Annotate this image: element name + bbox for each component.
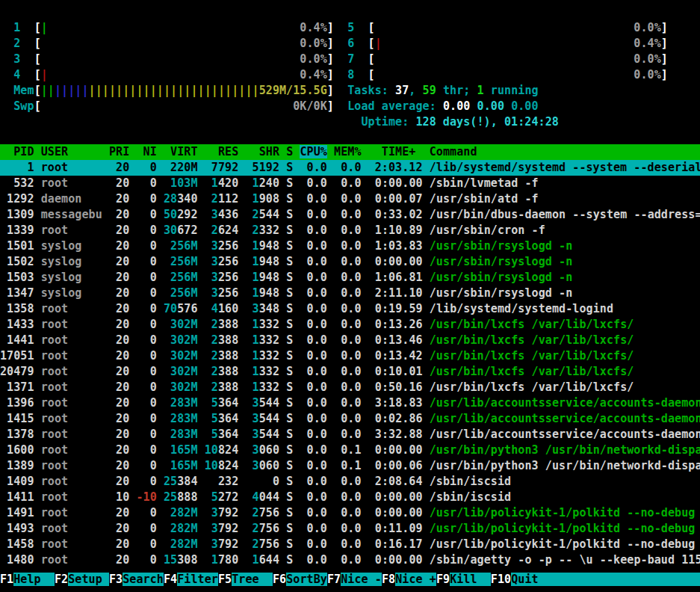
fkey-number: F6 bbox=[273, 573, 286, 586]
process-row-1493[interactable]: 1493 root 20 0 282M 3792 2756 S 0.0 0.0 … bbox=[0, 521, 700, 537]
pid-cell: 1480 bbox=[0, 553, 34, 567]
fkey-number: F10 bbox=[491, 573, 511, 586]
mem-value-high: 3 bbox=[245, 428, 258, 441]
cpu5-value: 0.0% bbox=[634, 21, 660, 34]
fkey-f3[interactable]: F3Search bbox=[109, 573, 164, 586]
process-row-1501[interactable]: 1501 syslog 20 0 256M 3256 1948 S 0.0 0.… bbox=[0, 238, 700, 254]
fkey-row: F1Help F2Setup F3SearchF4FilterF5Tree F6… bbox=[0, 572, 700, 588]
mem-value-low: 044 bbox=[259, 490, 279, 504]
column-gap bbox=[334, 37, 347, 50]
mem-value: 0 bbox=[245, 475, 279, 488]
process-row-1441[interactable]: 1441 root 20 0 302M 2388 1332 S 0.0 0.0 … bbox=[0, 333, 700, 348]
process-row-1389[interactable]: 1389 root 20 0 165M 10824 3060 S 0.0 0.1… bbox=[0, 458, 700, 474]
mem-value-high: 70 bbox=[164, 302, 177, 315]
mem-value: 165M bbox=[164, 459, 198, 472]
mem-value: 232 bbox=[205, 475, 239, 488]
command-cell: /usr/sbin/rsyslogd -n bbox=[430, 239, 700, 253]
process-row-1433[interactable]: 1433 root 20 0 302M 2388 1332 S 0.0 0.0 … bbox=[0, 317, 700, 333]
mem-value-high: 2 bbox=[205, 318, 218, 331]
column-header-pid[interactable]: PID bbox=[0, 145, 34, 158]
pid-cell: 20479 bbox=[0, 365, 34, 378]
column-header-ni[interactable]: NI bbox=[136, 145, 156, 158]
load-average: Load average: 0.00 0.00 0.00 bbox=[347, 99, 538, 113]
column-gap bbox=[102, 145, 109, 158]
process-row-1491[interactable]: 1491 root 20 0 282M 3792 2756 S 0.0 0.0 … bbox=[0, 505, 700, 521]
fkey-f4[interactable]: F4Filter bbox=[164, 573, 218, 586]
column-header-user[interactable]: USER bbox=[41, 145, 102, 158]
process-table-header[interactable]: PID USER PRI NI VIRT RES SHR S CPU% MEM%… bbox=[0, 144, 700, 160]
column-header-time[interactable]: TIME+ bbox=[368, 145, 423, 158]
mem-value-low: 384 bbox=[177, 475, 197, 488]
mem-value-high: 3 bbox=[205, 208, 218, 221]
user-cell: daemon bbox=[41, 192, 102, 206]
user-cell: root bbox=[41, 176, 102, 190]
column-header-cpu[interactable]: CPU% bbox=[300, 145, 326, 158]
process-row-1600[interactable]: 1600 root 20 0 165M 10824 3060 S 0.0 0.1… bbox=[0, 443, 700, 458]
mem-value: 256M bbox=[164, 239, 198, 253]
column-header-res[interactable]: RES bbox=[205, 145, 239, 158]
process-row-1292[interactable]: 1292 daemon 20 0 28340 2112 1908 S 0.0 0… bbox=[0, 191, 700, 207]
user-cell: syslog bbox=[41, 271, 102, 284]
process-row-1371[interactable]: 1371 root 20 0 302M 2388 1332 S 0.0 0.0 … bbox=[0, 380, 700, 395]
mem-value-low: 672 bbox=[177, 223, 197, 237]
process-row-1396[interactable]: 1396 root 20 0 283M 5364 3544 S 0.0 0.0 … bbox=[0, 395, 700, 411]
mem-value-high: 5 bbox=[205, 490, 218, 504]
pri-cell: 20 bbox=[109, 553, 129, 567]
process-row-1339[interactable]: 1339 root 20 0 30672 2624 2332 S 0.0 0.0… bbox=[0, 223, 700, 238]
user-cell: root bbox=[41, 506, 102, 519]
user-cell: root bbox=[41, 349, 102, 363]
tasks-summary-segment: Tasks: bbox=[347, 84, 395, 97]
fkey-f5[interactable]: F5Tree bbox=[218, 573, 273, 586]
process-row-1411[interactable]: 1411 root 10 -10 25888 5272 4044 S 0.0 0… bbox=[0, 490, 700, 505]
column-header-pri[interactable]: PRI bbox=[109, 145, 129, 158]
column-header-virt[interactable]: VIRT bbox=[164, 145, 198, 158]
mem-value: 302M bbox=[164, 333, 198, 347]
process-row-1378[interactable]: 1378 root 20 0 283M 5364 3544 S 0.0 0.0 … bbox=[0, 427, 700, 443]
command-cell: /usr/bin/dbus-daemon --system --address= bbox=[430, 208, 700, 221]
pid-cell: 1491 bbox=[0, 506, 34, 519]
pri-cell: 10 bbox=[109, 490, 129, 504]
fkey-f2[interactable]: F2Setup bbox=[55, 573, 109, 586]
process-row-1309[interactable]: 1309 messagebu 20 0 50292 3436 2544 S 0.… bbox=[0, 207, 700, 223]
process-row-1358[interactable]: 1358 root 20 0 70576 4160 3348 S 0.0 0.0… bbox=[0, 301, 700, 317]
column-gap bbox=[362, 145, 368, 158]
column-header-command[interactable]: Command bbox=[430, 145, 700, 158]
process-row-1[interactable]: 1 root 20 0 220M 7792 5192 S 0.0 0.0 2:0… bbox=[0, 160, 700, 176]
mem-value: 7792 bbox=[205, 161, 239, 174]
column-gap bbox=[347, 115, 361, 129]
cpu-cell: 0.0 bbox=[300, 286, 326, 300]
cpu-cell: 0.0 bbox=[300, 428, 326, 441]
process-row-1458[interactable]: 1458 root 20 0 282M 3792 2756 S 0.0 0.0 … bbox=[0, 537, 700, 552]
mem-pct-cell: 0.0 bbox=[334, 302, 361, 315]
column-header-mem[interactable]: MEM% bbox=[334, 145, 361, 158]
process-row-1480[interactable]: 1480 root 20 0 15308 1780 1644 S 0.0 0.0… bbox=[0, 552, 700, 568]
process-row-1415[interactable]: 1415 root 20 0 283M 5364 3544 S 0.0 0.0 … bbox=[0, 411, 700, 427]
mem-pct-cell: 0.1 bbox=[334, 459, 361, 472]
cpu7-meter: 7 [ 0.0%] bbox=[347, 52, 668, 66]
time-cell: 1:06.81 bbox=[368, 271, 423, 284]
column-header-s[interactable]: S bbox=[286, 145, 293, 158]
cpu-cell: 0.0 bbox=[300, 192, 326, 206]
process-row-1502[interactable]: 1502 syslog 20 0 256M 3256 1948 S 0.0 0.… bbox=[0, 254, 700, 270]
column-header-shr[interactable]: SHR bbox=[245, 145, 279, 158]
fkey-f1[interactable]: F1Help bbox=[0, 573, 55, 586]
command-cell: /usr/sbin/rsyslogd -n bbox=[430, 255, 700, 268]
mem-value-low: 544 bbox=[259, 428, 279, 441]
cpu-cell: 0.0 bbox=[300, 459, 326, 472]
process-row-532[interactable]: 532 root 20 0 103M 1420 1240 S 0.0 0.0 0… bbox=[0, 176, 700, 191]
process-row-1503[interactable]: 1503 syslog 20 0 256M 3256 1948 S 0.0 0.… bbox=[0, 270, 700, 286]
fkey-f7[interactable]: F7Nice - bbox=[327, 573, 382, 586]
mem-value-low: 792 bbox=[218, 522, 238, 535]
process-row-20479[interactable]: 20479 root 20 0 302M 2388 1332 S 0.0 0.0… bbox=[0, 364, 700, 380]
ni-cell: 0 bbox=[136, 176, 156, 190]
process-row-1347[interactable]: 1347 syslog 20 0 256M 3256 1948 S 0.0 0.… bbox=[0, 286, 700, 301]
process-row-1409[interactable]: 1409 root 20 0 25384 232 0 S 0.0 0.0 2:0… bbox=[0, 474, 700, 490]
fkey-f8[interactable]: F8Nice + bbox=[382, 573, 436, 586]
fkey-f6[interactable]: F6SortBy bbox=[273, 573, 327, 586]
fkey-f10[interactable]: F10Quit bbox=[491, 573, 700, 586]
fkey-f9[interactable]: F9Kill bbox=[436, 573, 491, 586]
fkey-label: Filter bbox=[177, 573, 218, 586]
ni-cell: 0 bbox=[136, 286, 156, 300]
process-row-17051[interactable]: 17051 root 20 0 302M 2388 1332 S 0.0 0.0… bbox=[0, 348, 700, 364]
mem-value-low: 256 bbox=[218, 239, 238, 253]
